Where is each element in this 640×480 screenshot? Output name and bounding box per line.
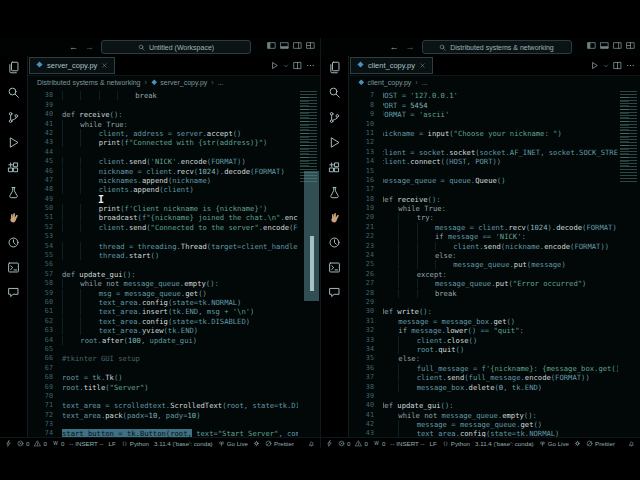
code-line[interactable]: 65 xyxy=(28,345,298,354)
code-line[interactable]: 59 msg = message_queue.get() xyxy=(28,289,298,298)
command-center-search[interactable]: Untitled (Workspace) xyxy=(101,40,251,54)
vim-mode[interactable]: -- INSERT -- xyxy=(390,440,424,447)
code-line[interactable]: 51 broadcast(f"{nickname} joined the cha… xyxy=(28,213,298,222)
chevron-down-icon[interactable] xyxy=(603,63,609,69)
code-line[interactable]: 19 while True: xyxy=(349,204,618,213)
code-line[interactable]: 72text_area.pack(padx=10, pady=10) xyxy=(28,411,298,420)
code-line[interactable]: 42 client, address = server.accept() xyxy=(28,129,298,138)
code-line[interactable]: 66#tkinter GUI setup xyxy=(28,354,298,363)
code-line[interactable]: 44 xyxy=(28,148,298,157)
gear[interactable] xyxy=(253,440,260,447)
errors-count[interactable]: 0 xyxy=(338,440,350,447)
remote-indicator[interactable] xyxy=(5,440,12,447)
tab-client-copy[interactable]: client_copy.py xyxy=(350,57,433,74)
python-interpreter[interactable]: 3.11.4 ('base': conda) xyxy=(154,440,213,447)
scrollbar-thumb[interactable] xyxy=(304,171,319,301)
python-interpreter[interactable]: 3.11.4 ('base': conda) xyxy=(475,440,534,447)
comment-icon[interactable] xyxy=(328,286,341,299)
prettier[interactable]: Prettier xyxy=(586,440,615,447)
hand-icon[interactable] xyxy=(7,211,20,224)
go-live[interactable]: Go Live xyxy=(218,440,248,447)
search-icon[interactable] xyxy=(328,86,341,99)
language-mode[interactable]: {}Python xyxy=(121,440,149,447)
code-line[interactable]: 73 xyxy=(28,420,298,429)
code-line[interactable]: 70 xyxy=(28,392,298,401)
back-arrow-icon[interactable]: ← xyxy=(390,43,399,52)
more-actions-icon[interactable] xyxy=(306,61,315,70)
code-line[interactable]: 57def update_gui(): xyxy=(28,270,298,279)
run-button[interactable] xyxy=(590,61,599,70)
breadcrumb-item[interactable]: ... xyxy=(218,79,224,86)
code-line[interactable]: 46 nickname = client.recv(1024).decode(F… xyxy=(28,167,298,176)
w-count[interactable]: W0 xyxy=(373,440,385,447)
layout-customize-icon[interactable] xyxy=(306,41,315,50)
code-line[interactable]: 7HOST = '127.0.0.1' xyxy=(349,91,618,100)
code-line[interactable]: 38 message_box.delete(0, tk.END) xyxy=(349,383,618,392)
code-line[interactable]: 36 full_message = f'{nickname}: {message… xyxy=(349,364,618,373)
code-line[interactable]: 45 client.send('NICK'.encode(FORMAT)) xyxy=(28,157,298,166)
code-line[interactable]: 54 thread = threading.Thread(target=clie… xyxy=(28,242,298,251)
prettier[interactable]: Prettier xyxy=(265,440,294,447)
close-icon[interactable] xyxy=(419,62,426,69)
more-actions-icon[interactable] xyxy=(626,61,635,70)
close-icon[interactable] xyxy=(101,62,108,69)
notifications-bell[interactable] xyxy=(628,440,635,447)
errors-count[interactable]: 0 xyxy=(17,440,29,447)
code-line[interactable]: 40def receive(): xyxy=(28,110,298,119)
code-line[interactable]: 33 client.close() xyxy=(349,336,618,345)
code-line[interactable]: 39 xyxy=(28,101,298,110)
code-line[interactable]: 38 break xyxy=(28,91,298,100)
code-line[interactable]: 20 try: xyxy=(349,213,618,222)
split-editor-icon[interactable] xyxy=(293,61,302,70)
code-line[interactable]: 43 print(f"Connected with {str(address)}… xyxy=(28,138,298,147)
code-line[interactable]: 14client.connect((HOST, PORT)) xyxy=(349,157,618,166)
eol-indicator[interactable]: LF xyxy=(109,440,116,447)
code-line[interactable]: 48 clients.append(client) xyxy=(28,185,298,194)
code-line[interactable]: 28 break xyxy=(349,289,618,298)
code-line[interactable]: 8PORT = 5454 xyxy=(349,101,618,110)
clock-icon[interactable] xyxy=(328,236,341,249)
forward-arrow-icon[interactable]: → xyxy=(406,43,415,52)
code-line[interactable]: 25 message_queue.put(message) xyxy=(349,260,618,269)
language-mode[interactable]: {}Python xyxy=(442,440,470,447)
layout-sidebar-right-icon[interactable] xyxy=(293,41,302,50)
warnings-count[interactable]: 0 xyxy=(355,440,367,447)
layout-panel-icon[interactable] xyxy=(600,41,609,50)
code-line[interactable]: 18def receive(): xyxy=(349,195,618,204)
layout-sidebar-left-icon[interactable] xyxy=(267,41,276,50)
code-line[interactable]: 27 message_queue.put("Error occurred") xyxy=(349,279,618,288)
run-debug-icon[interactable] xyxy=(7,136,20,149)
layout-panel-icon[interactable] xyxy=(280,41,289,50)
code-line[interactable]: 22 if message == 'NICK': xyxy=(349,232,618,241)
vim-mode[interactable]: -- INSERT -- xyxy=(69,440,103,447)
testing-icon[interactable] xyxy=(7,186,20,199)
code-line[interactable]: 30def write(): xyxy=(349,307,618,316)
code-line[interactable]: 69root.title("Server") xyxy=(28,383,298,392)
code-line[interactable]: 64 root.after(100, update_gui) xyxy=(28,336,298,345)
comment-icon[interactable] xyxy=(7,286,20,299)
search-icon[interactable] xyxy=(7,86,20,99)
code-line[interactable]: 21 message = client.recv(1024).decode(FO… xyxy=(349,223,618,232)
code-line[interactable]: 41 while not message_queue.empty(): xyxy=(349,411,618,420)
code-line[interactable]: 17 xyxy=(349,185,618,194)
run-button[interactable] xyxy=(270,61,279,70)
code-line[interactable]: 12 xyxy=(349,138,618,147)
code-line[interactable]: 56 xyxy=(28,260,298,269)
forward-arrow-icon[interactable]: → xyxy=(85,43,94,52)
code-line[interactable]: 67 xyxy=(28,364,298,373)
code-editor[interactable]: 3738 break3940def receive():41 while Tru… xyxy=(28,89,320,437)
breadcrumb-item[interactable]: Distributed systems & networking xyxy=(37,79,140,86)
code-line[interactable]: 32 if message.lower() == "quit": xyxy=(349,326,618,335)
source-control-icon[interactable] xyxy=(328,111,341,124)
code-line[interactable]: 15 xyxy=(349,167,618,176)
tab-server-copy[interactable]: server_copy.py xyxy=(29,57,115,74)
code-line[interactable]: 11nickname = input("Choose your nickname… xyxy=(349,129,618,138)
code-line[interactable]: 26 except: xyxy=(349,270,618,279)
code-line[interactable]: 37 client.send(full_message.encode(FORMA… xyxy=(349,373,618,382)
code-line[interactable]: 16message_queue = queue.Queue() xyxy=(349,176,618,185)
breadcrumb-item[interactable]: server_copy.py xyxy=(151,79,207,87)
code-line[interactable]: 41 while True: xyxy=(28,120,298,129)
testing-icon[interactable] xyxy=(328,186,341,199)
gear[interactable] xyxy=(574,440,581,447)
code-line[interactable]: 34 root.quit() xyxy=(349,345,618,354)
